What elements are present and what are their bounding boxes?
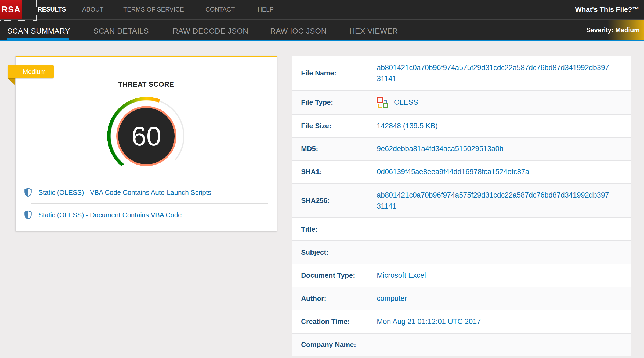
row-label: File Name: [292,56,377,90]
row-value: ab801421c0a70b96f974a575f29d31cdc22a587d… [377,62,613,84]
row-value: 142848 (139.5 KB) [377,120,438,131]
severity-gradient: Severity: Medium [561,20,644,40]
row-label: Author: [292,287,377,310]
tab-scan-details[interactable]: SCAN DETAILS [93,20,149,40]
finding-text[interactable]: Static (OLESS) - VBA Code Contains Auto-… [38,189,211,196]
logo-focus-outline [0,0,37,21]
top-nav: RSA RESULTS ABOUT TERMS OF SERVICE CONTA… [0,0,644,19]
row-value: OLESS [394,98,418,107]
table-row-creation-time: Creation Time: Mon Aug 21 01:12:01 UTC 2… [292,310,631,333]
nav-item-about[interactable]: ABOUT [82,0,103,19]
table-row-subject: Subject: [292,240,631,264]
threat-score-gauge: 60 [107,97,186,175]
severity-ribbon-fold [8,78,15,85]
file-info-table: File Name: ab801421c0a70b96f974a575f29d3… [292,56,631,356]
threat-score-title: THREAT SCORE [16,80,277,89]
table-row-md5: MD5: 9e62debba81a4fd34aca515029513a0b [292,137,631,160]
table-row-title: Title: [292,217,631,240]
table-row-file-type: File Type: OLESS [292,90,631,114]
row-value: Mon Aug 21 01:12:01 UTC 2017 [377,316,481,327]
tab-bar: SCAN SUMMARY SCAN DETAILS RAW DECODE JSO… [0,20,644,41]
finding-text[interactable]: Static (OLESS) - Document Contains VBA C… [38,211,182,219]
table-row-author: Author: computer [292,287,631,310]
table-row-file-size: File Size: 142848 (139.5 KB) [292,114,631,137]
row-label: Document Type: [292,264,377,287]
ms-office-icon [377,97,389,108]
active-tab-underline [7,38,69,41]
row-label: MD5: [292,138,377,160]
table-row-sha1: SHA1: 0d06139f45ae8eea9f44dd16978fca1524… [292,160,631,183]
finding-row[interactable]: Static (OLESS) - Document Contains VBA C… [24,209,182,221]
finding-row[interactable]: Static (OLESS) - VBA Code Contains Auto-… [24,187,211,198]
finding-divider [31,203,268,204]
shield-icon [24,210,32,220]
tab-raw-ioc-json[interactable]: RAW IOC JSON [270,20,327,40]
product-title: What's This File?™ [575,0,639,19]
tab-hex-viewer[interactable]: HEX VIEWER [349,20,398,40]
row-value: 0d06139f45ae8eea9f44dd16978fca1524efc87a [377,166,529,177]
threat-score-card: Medium THREAT SCORE 60 Static (OLESS) - … [15,56,277,231]
row-label: File Type: [292,91,377,114]
row-value: computer [377,293,407,304]
table-row-sha256: SHA256: ab801421c0a70b96f974a575f29d31cd… [292,183,631,217]
tab-bar-bottom-border [0,40,644,41]
row-label: SHA256: [292,184,377,217]
row-label: Creation Time: [292,310,377,333]
table-row-file-name: File Name: ab801421c0a70b96f974a575f29d3… [292,56,631,90]
nav-item-help[interactable]: HELP [258,0,274,19]
tab-scan-summary[interactable]: SCAN SUMMARY [7,20,70,40]
severity-ribbon: Medium [8,65,54,78]
nav-item-results[interactable]: RESULTS [38,0,66,19]
table-row-document-type: Document Type: Microsoft Excel [292,264,631,287]
row-label: File Size: [292,115,377,137]
row-value: 9e62debba81a4fd34aca515029513a0b [377,143,504,154]
row-label: Company Name: [292,334,377,356]
row-label: SHA1: [292,161,377,183]
severity-badge: Severity: Medium [586,20,640,40]
table-row-company-name: Company Name: [292,333,631,356]
tab-raw-decode-json[interactable]: RAW DECODE JSON [173,20,248,40]
row-label: Subject: [292,241,377,264]
nav-item-terms-of-service[interactable]: TERMS OF SERVICE [123,0,184,19]
nav-item-contact[interactable]: CONTACT [205,0,235,19]
row-value: ab801421c0a70b96f974a575f29d31cdc22a587d… [377,190,613,212]
row-label: Title: [292,218,377,240]
row-value: Microsoft Excel [377,270,426,281]
shield-icon [24,188,32,197]
threat-score-value: 60 [131,121,161,152]
gauge-inner-circle: 60 [116,106,176,166]
